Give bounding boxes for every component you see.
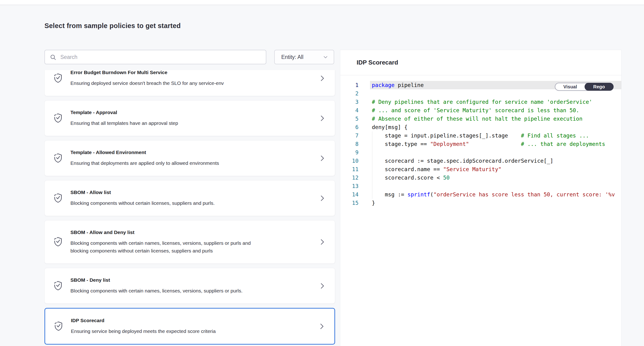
code-token: msg := — [372, 191, 408, 198]
policy-description: Ensuring deployed service doesn't breach… — [70, 79, 258, 87]
entity-filter-dropdown[interactable]: Entity: All — [274, 50, 334, 64]
line-content: } — [370, 199, 621, 207]
code-token: sprintf — [408, 191, 430, 198]
search-input[interactable] — [60, 50, 262, 64]
line-content: scorecard := stage.spec.idpScorecard.ord… — [370, 157, 621, 165]
code-token: } — [372, 200, 375, 206]
code-token: stage.type == — [372, 141, 430, 147]
code-token: ( — [430, 191, 434, 198]
shield-check-icon — [53, 280, 64, 292]
chevron-right-icon[interactable] — [318, 322, 325, 330]
code-line: 5 # Absence of either of these will not … — [340, 115, 621, 123]
line-content: # Absence of either of these will not ha… — [370, 115, 621, 123]
policy-card[interactable]: IDP Scorecard Ensuring service being dep… — [44, 308, 335, 345]
policy-title: IDP Scorecard — [71, 318, 318, 324]
line-content — [370, 148, 621, 157]
shield-check-icon — [53, 72, 64, 84]
policy-description: Blocking components without certain lice… — [70, 199, 258, 207]
chevron-right-icon[interactable] — [319, 154, 326, 162]
code-line: 3 # Deny pipelines that are configured f… — [340, 98, 621, 106]
line-number: 5 — [340, 115, 370, 123]
code-token: scorecard.name == — [372, 166, 443, 172]
line-number: 8 — [340, 140, 370, 148]
line-number: 9 — [340, 148, 370, 157]
policy-title: SBOM - Allow list — [70, 189, 319, 195]
code-token: # ... that are deployments — [521, 141, 605, 147]
line-number: 15 — [340, 199, 370, 207]
code-token — [469, 141, 521, 147]
policy-title: Error Budget Burndown For Multi Service — [70, 70, 319, 75]
policy-card-text: SBOM - Allow list Blocking components wi… — [70, 189, 319, 207]
line-content: # ... and score of 'Service Maturity' sc… — [370, 106, 621, 115]
code-token: scorecard := stage.spec.idpScorecard.ord… — [372, 158, 553, 164]
policy-card[interactable]: SBOM - Allow and Deny list Blocking comp… — [44, 220, 335, 264]
view-toggle[interactable]: Visual Rego — [555, 83, 614, 91]
policy-card-text: SBOM - Allow and Deny list Blocking comp… — [70, 229, 319, 255]
line-content: scorecard.name == "Service Maturity" — [370, 165, 621, 173]
policy-description: Ensuring that deployments are applied on… — [70, 159, 258, 167]
code-line: 12 scorecard.score < 50 — [340, 173, 621, 182]
policy-card-text: Template - Allowed Environment Ensuring … — [70, 149, 319, 167]
line-number: 6 — [340, 123, 370, 131]
code-token: "orderService has score less than 50, cu… — [434, 191, 615, 198]
policy-description: Blocking components with certain names, … — [70, 239, 258, 255]
code-line: 7 stage = input.pipeline.stages[_].stage… — [340, 131, 621, 140]
policy-detail-panel: IDP Scorecard 1 package pipeline 2 3 # D… — [340, 50, 622, 346]
policy-description: Ensuring that all templates have an appr… — [70, 119, 258, 127]
policy-list[interactable]: Error Budget Burndown For Multi Service … — [44, 70, 336, 345]
code-token: # Find all stages ... — [521, 133, 589, 139]
toggle-visual-button[interactable]: Visual — [555, 83, 585, 90]
policy-card[interactable]: Template - Allowed Environment Ensuring … — [44, 140, 335, 176]
search-box — [44, 50, 266, 64]
policy-title: Template - Approval — [70, 109, 319, 115]
code-line: 10 scorecard := stage.spec.idpScorecard.… — [340, 157, 621, 165]
chevron-right-icon[interactable] — [319, 194, 326, 202]
code-editor[interactable]: 1 package pipeline 2 3 # Deny pipelines … — [340, 75, 621, 346]
detail-title: IDP Scorecard — [357, 59, 398, 66]
page-title: Select from sample policies to get start… — [44, 22, 181, 30]
policy-card-text: IDP Scorecard Ensuring service being dep… — [71, 318, 318, 335]
policy-card[interactable]: Template - Approval Ensuring that all te… — [44, 100, 335, 136]
shield-check-icon — [53, 236, 64, 248]
code-token: scorecard.score < — [372, 175, 443, 181]
shield-check-icon — [53, 152, 64, 164]
line-number: 7 — [340, 131, 370, 140]
code-token: stage = input.pipeline.stages[_].stage — [372, 133, 521, 139]
chevron-right-icon[interactable] — [319, 114, 326, 122]
toggle-rego-button[interactable]: Rego — [584, 83, 614, 91]
line-content: # Deny pipelines that are configured for… — [370, 98, 621, 106]
code-line: 11 scorecard.name == "Service Maturity" — [340, 165, 621, 173]
line-number: 12 — [340, 173, 370, 182]
policy-card-text: Error Budget Burndown For Multi Service … — [70, 70, 319, 87]
code-token: deny[msg] { — [372, 124, 408, 130]
chevron-right-icon[interactable] — [319, 74, 326, 82]
code-token: "Deployment" — [430, 141, 469, 147]
shield-check-icon — [53, 321, 64, 332]
code-line: 15 } — [340, 199, 621, 207]
search-icon — [50, 54, 57, 61]
line-number: 2 — [340, 89, 370, 98]
policy-card[interactable]: SBOM - Allow list Blocking components wi… — [44, 180, 335, 216]
line-content: stage = input.pipeline.stages[_].stage #… — [370, 131, 621, 140]
line-content: stage.type == "Deployment" # ... that ar… — [370, 140, 621, 148]
policy-card-text: SBOM - Deny list Blocking components wit… — [70, 277, 319, 295]
code-token: # Deny pipelines that are configured for… — [372, 99, 592, 105]
policy-card-text: Template - Approval Ensuring that all te… — [70, 109, 319, 127]
policy-title: Template - Allowed Environment — [70, 149, 319, 155]
policy-card[interactable]: SBOM - Deny list Blocking components wit… — [44, 268, 335, 304]
code-line: 6 deny[msg] { — [340, 123, 621, 131]
code-token: # Absence of either of these will not ha… — [372, 116, 582, 122]
code-line: 8 stage.type == "Deployment" # ... that … — [340, 140, 621, 148]
chevron-right-icon[interactable] — [319, 238, 326, 246]
policy-title: SBOM - Allow and Deny list — [70, 229, 319, 235]
code-line: 9 — [340, 148, 621, 157]
code-token: pipeline — [394, 82, 424, 88]
code-line: 14 msg := sprintf("orderService has scor… — [340, 190, 621, 199]
line-number: 11 — [340, 165, 370, 173]
policy-card[interactable]: Error Budget Burndown For Multi Service … — [44, 70, 335, 96]
code-token: 50 — [443, 175, 450, 181]
top-bar — [0, 0, 644, 5]
policy-description: Blocking components with certain names, … — [70, 287, 258, 295]
chevron-right-icon[interactable] — [319, 282, 326, 290]
shield-check-icon — [53, 112, 64, 124]
